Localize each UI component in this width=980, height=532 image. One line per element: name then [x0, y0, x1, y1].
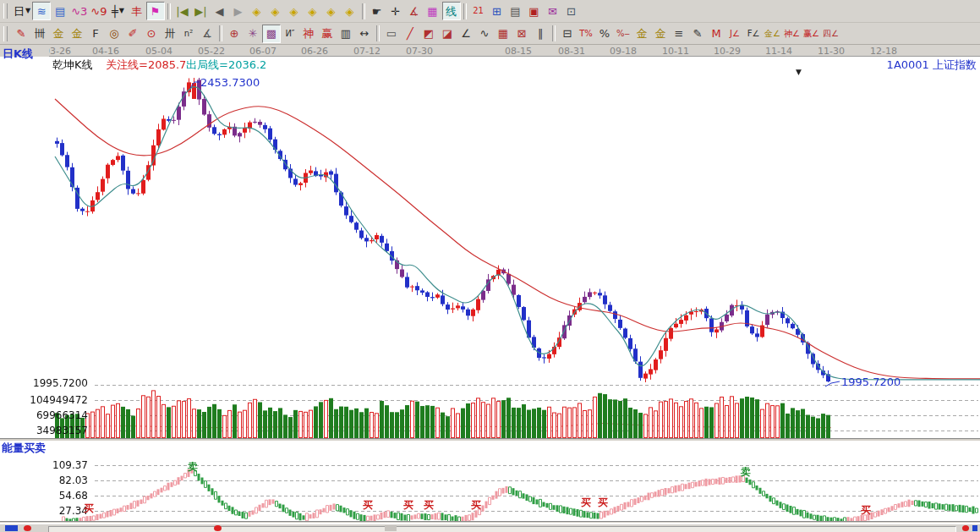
win-grid-button[interactable]: 赢	[318, 25, 337, 43]
next-page-button[interactable]: ▶	[229, 2, 248, 20]
status-net-icon[interactable]	[962, 525, 969, 531]
four-angle-button[interactable]: 四∠	[821, 25, 840, 43]
speed-line-button[interactable]: И″	[281, 25, 299, 43]
main-indicator-name[interactable]: 乾坤K线	[52, 58, 93, 73]
pane-period-label[interactable]: 日K线	[3, 47, 33, 62]
gold-grid-down-button[interactable]: 金	[68, 25, 86, 43]
ruler-grid-button[interactable]: ▥	[337, 25, 355, 43]
parallel-lines-button[interactable]: ∥	[531, 25, 550, 43]
shen-angle-button[interactable]: 神∠	[782, 25, 802, 43]
double-m-button[interactable]: M	[707, 25, 725, 43]
j-angle-button[interactable]: J∠	[725, 25, 744, 43]
gold-level-icon: 金	[655, 28, 666, 39]
red-grid-icon: ▦	[498, 28, 508, 39]
j-angle-icon: J∠	[730, 30, 740, 38]
gold-level-button[interactable]: 金	[651, 25, 670, 43]
net-tool-button[interactable]: ▦	[424, 2, 442, 20]
send-mail-button[interactable]: ✉	[544, 2, 562, 20]
diamond-right-button[interactable]: ◈	[266, 2, 285, 20]
draw-pen-button[interactable]: ✎	[12, 25, 30, 43]
gann-grid-icon: 卌	[35, 28, 46, 39]
angle-tool-button[interactable]: ∡	[405, 2, 424, 20]
gann-web-button[interactable]: ▩	[262, 25, 281, 43]
toolbar-drawing: ✎卌金金F◎✐⊙卅n²∡⊕✳▩И″神赢▥↔▭╱◩◪∠∿▦⊠∥⊟T%%%‒金金≡✎…	[0, 23, 980, 45]
crosshair-tool-button[interactable]: ✛	[386, 2, 405, 20]
save-button[interactable]: ▣	[525, 2, 544, 20]
diamond-left-button[interactable]: ◈	[248, 2, 266, 20]
zigzag-button[interactable]: ∿	[475, 25, 494, 43]
axis-position-marker[interactable]: ▼	[796, 68, 802, 76]
status-alert-icon-1[interactable]	[24, 525, 31, 531]
n2-grid-button[interactable]: n²	[179, 25, 198, 43]
status-alert-icon-2[interactable]	[214, 525, 222, 531]
kline-pattern-3-button[interactable]: ∿3	[69, 2, 89, 20]
t-percent-button[interactable]: T%	[577, 25, 595, 43]
status-link-icon[interactable]	[972, 525, 977, 531]
pane-splitter-volume[interactable]	[0, 438, 980, 442]
first-page-button[interactable]: |◀	[173, 2, 192, 20]
zigzag-icon: ∿	[480, 28, 490, 39]
diamond-down-button[interactable]: ◈	[341, 2, 359, 20]
shade-box-button[interactable]: ◪	[438, 25, 457, 43]
gold-circle-button[interactable]: 金	[632, 25, 651, 43]
line-chart-button[interactable]: 线	[442, 2, 461, 20]
status-chart-icon[interactable]	[5, 525, 18, 531]
indicator-axis-tick: 27.34	[0, 505, 88, 517]
kline-pattern-9-button[interactable]: ∿9	[89, 2, 108, 20]
color-histogram-button[interactable]: ⚑	[146, 2, 165, 20]
calculator-button[interactable]: ⊞	[488, 2, 506, 20]
gold-grid-up-button[interactable]: 金	[49, 25, 68, 43]
dropdown-arrow-icon: ▼	[119, 8, 124, 14]
prev-page-button[interactable]: ◀	[211, 2, 229, 20]
gann-star-button[interactable]: ✳	[244, 25, 262, 43]
arrow-grid-button[interactable]: ⊠	[512, 25, 531, 43]
win-angle-button[interactable]: 赢∠	[802, 25, 821, 43]
ink-pen-button[interactable]: ✎	[688, 25, 707, 43]
percent-line-button[interactable]: %‒	[614, 25, 632, 43]
brush-icon: ✐	[129, 28, 138, 39]
rect-tool-button[interactable]: ▭	[382, 25, 401, 43]
symbol-label[interactable]: 1A0001 上证指数	[887, 58, 977, 73]
overlay-mode-button[interactable]: ≋	[32, 2, 51, 20]
last-page-button[interactable]: ▶|	[192, 2, 211, 20]
spiral-button[interactable]: ◎	[105, 25, 123, 43]
hand-tool-button[interactable]: ☛	[368, 2, 386, 20]
gann-circle-button[interactable]: ⊕	[225, 25, 244, 43]
calendar-button[interactable]: 21	[469, 2, 488, 20]
ray-fan-button[interactable]: ╱	[401, 25, 419, 43]
toolbar-separator	[362, 3, 365, 19]
angle-a-button[interactable]: ∡	[198, 25, 216, 43]
price-ruler-button[interactable]: ⊟	[558, 25, 577, 43]
compress-kline-button[interactable]: 丰	[128, 2, 146, 20]
toolbar-separator	[167, 3, 171, 19]
chart-canvas[interactable]	[0, 0, 980, 532]
brush-button[interactable]: ✐	[123, 25, 142, 43]
diamond-shrink-button[interactable]: ◈	[304, 2, 322, 20]
quote-list-button[interactable]: ▤	[506, 2, 525, 20]
diamond-expand-button[interactable]: ◈	[285, 2, 304, 20]
f-angle-button[interactable]: F∠	[744, 25, 763, 43]
width-measure-button[interactable]: ↔	[355, 25, 374, 43]
red-grid-button[interactable]: ▦	[494, 25, 512, 43]
diamond-up-button[interactable]: ◈	[322, 2, 341, 20]
fan-box-button[interactable]: ◩	[419, 25, 438, 43]
t-percent-icon: T%	[579, 30, 593, 38]
shen-grid-button[interactable]: 神	[299, 25, 318, 43]
status-divider[interactable]	[385, 525, 397, 531]
period-daily-dropdown[interactable]: 日▼	[12, 2, 32, 20]
fib-grid-button[interactable]: F	[86, 25, 105, 43]
three-line-button[interactable]: ≡	[670, 25, 688, 43]
toolbar-grip[interactable]	[3, 3, 8, 19]
ink-pen-icon: ✎	[693, 28, 703, 39]
gold-angle-button[interactable]: 金∠	[763, 25, 782, 43]
toolbar-grip[interactable]	[3, 26, 8, 41]
gann-grid-button[interactable]: 卌	[30, 25, 49, 43]
percent-button[interactable]: %	[595, 25, 614, 43]
time-grid-button[interactable]: 卅	[161, 25, 179, 43]
trend-angle-button[interactable]: ∠	[457, 25, 475, 43]
print-button[interactable]: ⊡	[562, 2, 581, 20]
cycle-clock-button[interactable]: ⊙	[142, 25, 161, 43]
info-panel-button[interactable]: ▤	[51, 2, 69, 20]
indicator-pane-title[interactable]: 能量买卖	[2, 441, 46, 456]
candle-style-dropdown[interactable]: ╪▼	[109, 2, 128, 20]
